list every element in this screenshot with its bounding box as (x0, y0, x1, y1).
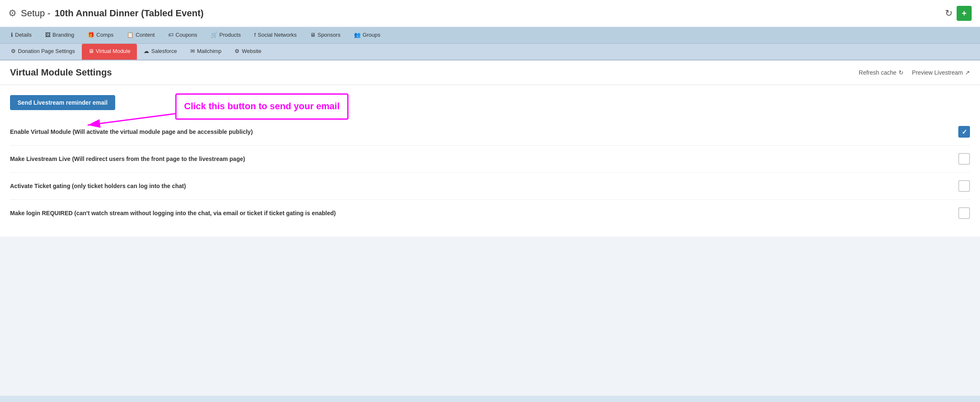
tab-products[interactable]: 🛒 Products (204, 28, 248, 43)
callout-text: Click this button to send your email (184, 100, 340, 113)
info-icon: ℹ (11, 32, 13, 38)
section-title: Virtual Module Settings (10, 67, 112, 78)
tab-coupons-label: Coupons (176, 32, 197, 38)
tab-donation-label: Donation Page Settings (18, 48, 75, 54)
header-add-button[interactable]: + (957, 6, 972, 21)
make-livestream-live-label: Make Livestream Live (Will redirect user… (10, 156, 952, 162)
preview-livestream-label: Preview Livestream (912, 69, 963, 76)
refresh-cache-link[interactable]: Refresh cache ↻ (859, 69, 904, 76)
gear-icon: ⚙ (8, 8, 17, 19)
callout-annotation: Click this button to send your email (175, 93, 349, 120)
tab-virtual-module-label: Virtual Module (96, 48, 131, 54)
refresh-cache-label: Refresh cache (859, 69, 897, 76)
facebook-icon: f (254, 32, 256, 38)
tab-groups-label: Groups (363, 32, 381, 38)
tab-virtual-module[interactable]: 🖥 Virtual Module (82, 44, 137, 60)
header-actions: ↻ + (945, 6, 972, 21)
form-row-make-livestream-live: Make Livestream Live (Will redirect user… (10, 146, 970, 173)
tab-website[interactable]: ⚙ Website (228, 44, 268, 60)
send-livestream-reminder-button[interactable]: Send Livestream reminder email (10, 95, 115, 110)
mailchimp-icon: ✉ (190, 48, 195, 54)
tab-coupons[interactable]: 🏷 Coupons (162, 28, 204, 43)
tab-products-label: Products (220, 32, 241, 38)
main-content: Virtual Module Settings Refresh cache ↻ … (0, 60, 980, 396)
tab-sponsors-label: Sponsors (318, 32, 341, 38)
content-body: Send Livestream reminder email Click thi… (0, 85, 980, 236)
form-row-activate-ticket-gating: Activate Ticket gating (only ticket hold… (10, 173, 970, 200)
tab-branding[interactable]: 🖼 Branding (38, 28, 81, 43)
form-row-enable-virtual-module: Enable Virtual Module (Will activate the… (10, 118, 970, 146)
tab-content-label: Content (136, 32, 155, 38)
form-row-make-login-required: Make login REQUIRED (can't watch stream … (10, 200, 970, 226)
tab-mailchimp[interactable]: ✉ Mailchimp (184, 44, 228, 60)
coupons-icon: 🏷 (168, 32, 174, 38)
donation-icon: ⚙ (11, 48, 16, 54)
enable-virtual-module-checkbox[interactable] (958, 126, 970, 138)
tab-details[interactable]: ℹ Details (4, 28, 38, 43)
tab-branding-label: Branding (53, 32, 74, 38)
content-icon: 📋 (127, 32, 134, 38)
website-icon: ⚙ (235, 48, 240, 54)
content-header: Virtual Module Settings Refresh cache ↻ … (0, 60, 980, 85)
header-refresh-button[interactable]: ↻ (945, 8, 952, 19)
tab-salesforce-label: Salesforce (151, 48, 177, 54)
salesforce-icon: ☁ (144, 48, 149, 54)
page-header: ⚙ Setup - 10th Annual Dinner (Tabled Eve… (0, 0, 980, 28)
comps-icon: 🎁 (88, 32, 94, 38)
nav-row-2: ⚙ Donation Page Settings 🖥 Virtual Modul… (0, 44, 980, 60)
tab-donation-page-settings[interactable]: ⚙ Donation Page Settings (4, 44, 82, 60)
make-login-required-checkbox[interactable] (958, 207, 970, 219)
refresh-cache-icon: ↻ (899, 69, 904, 76)
sponsors-icon: 🖥 (310, 32, 316, 38)
make-livestream-live-checkbox[interactable] (958, 153, 970, 165)
tab-details-label: Details (15, 32, 32, 38)
tab-content[interactable]: 📋 Content (120, 28, 162, 43)
tab-comps-label: Comps (96, 32, 114, 38)
groups-icon: 👥 (354, 32, 361, 38)
tab-comps[interactable]: 🎁 Comps (81, 28, 120, 43)
virtual-module-icon: 🖥 (88, 48, 94, 54)
enable-virtual-module-label: Enable Virtual Module (Will activate the… (10, 128, 952, 135)
products-icon: 🛒 (211, 32, 217, 38)
activate-ticket-gating-checkbox[interactable] (958, 180, 970, 192)
activate-ticket-gating-label: Activate Ticket gating (only ticket hold… (10, 183, 952, 189)
content-header-actions: Refresh cache ↻ Preview Livestream ↗ (859, 69, 970, 76)
tab-mailchimp-label: Mailchimp (197, 48, 222, 54)
tab-social-networks[interactable]: f Social Networks (248, 28, 303, 43)
nav-row-1: ℹ Details 🖼 Branding 🎁 Comps 📋 Content 🏷… (0, 28, 980, 44)
header-title-group: ⚙ Setup - 10th Annual Dinner (Tabled Eve… (8, 8, 204, 19)
tab-sponsors[interactable]: 🖥 Sponsors (303, 28, 347, 43)
branding-icon: 🖼 (45, 32, 51, 38)
tab-groups[interactable]: 👥 Groups (347, 28, 387, 43)
make-login-required-label: Make login REQUIRED (can't watch stream … (10, 210, 952, 216)
external-link-icon: ↗ (965, 69, 970, 76)
tab-salesforce[interactable]: ☁ Salesforce (137, 44, 183, 60)
preview-livestream-link[interactable]: Preview Livestream ↗ (912, 69, 970, 76)
header-event-name: 10th Annual Dinner (Tabled Event) (55, 8, 204, 19)
tab-social-networks-label: Social Networks (258, 32, 297, 38)
tab-website-label: Website (242, 48, 261, 54)
header-title-prefix: Setup - (21, 8, 51, 19)
